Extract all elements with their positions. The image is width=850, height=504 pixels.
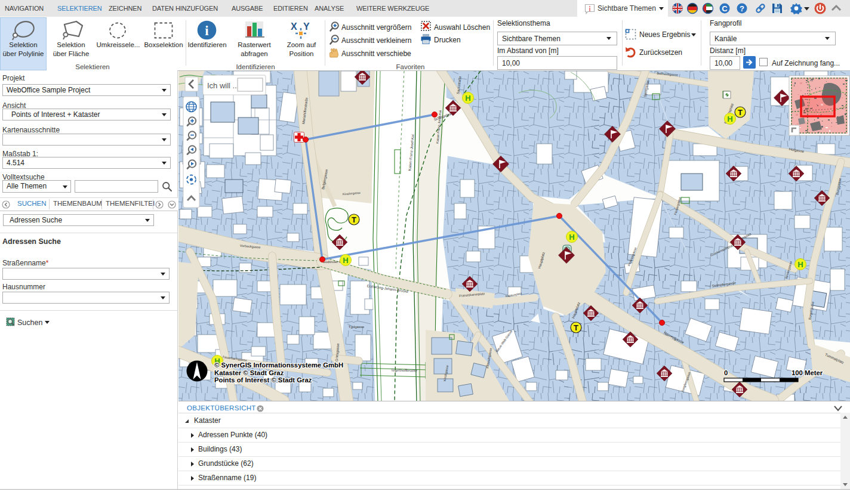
svg-text:Kataster © Stadt Graz: Kataster © Stadt Graz bbox=[214, 369, 284, 376]
svg-text:Tegetthoffbrücke: Tegetthoffbrücke bbox=[391, 369, 418, 373]
svg-text:Ich will ...: Ich will ... bbox=[207, 81, 239, 90]
svg-text:?: ? bbox=[740, 4, 744, 13]
svg-text:Points of Interest © Stadt Gra: Points of Interest © Stadt Graz bbox=[214, 376, 312, 384]
svg-text:C: C bbox=[722, 4, 728, 13]
svg-text:i: i bbox=[205, 23, 209, 38]
svg-text:X: X bbox=[291, 21, 297, 32]
svg-text:© SynerGIS Informationssysteme: © SynerGIS Informationssysteme GmbH bbox=[214, 361, 343, 369]
svg-text:Y: Y bbox=[303, 21, 310, 32]
svg-text:100 Meter: 100 Meter bbox=[792, 369, 823, 376]
svg-text:Tgdgasse: Tgdgasse bbox=[349, 325, 365, 329]
svg-text:0: 0 bbox=[724, 369, 728, 376]
